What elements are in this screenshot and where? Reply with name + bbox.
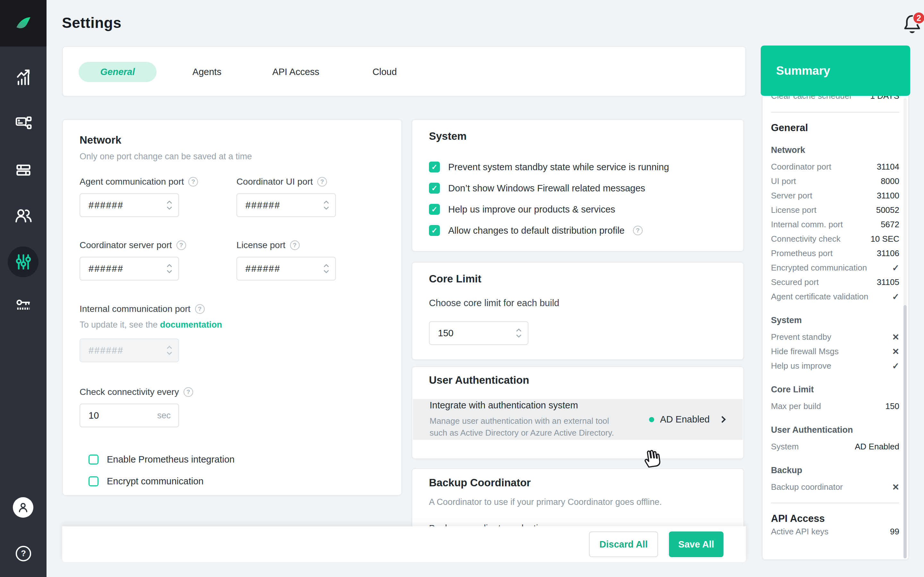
system-option-label: Allow changes to default distribution pr… bbox=[448, 226, 625, 236]
network-title: Network bbox=[79, 134, 384, 146]
license-port-input[interactable]: ###### bbox=[236, 257, 336, 280]
system-option-row: ✓Help us improve our products & services bbox=[429, 204, 727, 215]
summary-row-label: Secured port bbox=[771, 277, 819, 287]
svg-text:?: ? bbox=[21, 549, 26, 558]
server-port-input[interactable]: ###### bbox=[79, 257, 179, 280]
connectivity-input[interactable]: 10 sec bbox=[79, 404, 179, 427]
cross-mark-icon: ✕ bbox=[892, 332, 899, 342]
summary-divider bbox=[771, 112, 899, 113]
sidebar-item-builds[interactable] bbox=[0, 155, 47, 185]
summary-row: UI port8000 bbox=[771, 174, 899, 189]
sidebar-item-performance[interactable] bbox=[0, 61, 47, 92]
core-limit-stepper[interactable] bbox=[516, 329, 521, 338]
documentation-link[interactable]: documentation bbox=[160, 320, 222, 330]
summary-sub-header: System bbox=[771, 316, 899, 326]
internal-port-input: ###### bbox=[79, 338, 179, 362]
agent-port-stepper[interactable] bbox=[167, 201, 172, 210]
ui-port-input[interactable]: ###### bbox=[236, 193, 336, 217]
summary-row-value: 50052 bbox=[876, 205, 899, 215]
summary-row: Encrypted communication✓ bbox=[771, 261, 899, 275]
summary-row: Help us improve✓ bbox=[771, 359, 899, 373]
coordinator-topology-icon bbox=[13, 113, 33, 133]
summary-row: Internal comm. port5672 bbox=[771, 218, 899, 232]
system-checkbox-0[interactable]: ✓ bbox=[429, 161, 440, 172]
ui-port-help-icon[interactable]: ? bbox=[317, 177, 327, 187]
summary-row-value: 31106 bbox=[877, 248, 899, 258]
summary-row-label: Encrypted communication bbox=[771, 263, 867, 273]
summary-row-value: 99 bbox=[890, 527, 899, 537]
sidebar-item-api-keys[interactable] bbox=[0, 291, 47, 322]
summary-row-value: AD Enabled bbox=[855, 442, 899, 452]
summary-row-value: 31100 bbox=[877, 191, 899, 201]
check-mark-icon: ✓ bbox=[892, 292, 899, 302]
summary-row: Connectivity check10 SEC bbox=[771, 232, 899, 246]
sidebar-item-settings[interactable] bbox=[0, 247, 47, 277]
summary-row-value: 31105 bbox=[877, 277, 899, 287]
sidebar: ? bbox=[0, 0, 47, 577]
tab-general[interactable]: General bbox=[79, 62, 157, 82]
summary-row-value: 5672 bbox=[881, 219, 899, 229]
user-avatar[interactable] bbox=[13, 497, 33, 518]
system-card: System ✓Prevent system standby state whi… bbox=[412, 119, 744, 251]
save-all-button[interactable]: Save All bbox=[669, 532, 724, 557]
agent-port-help-icon[interactable]: ? bbox=[188, 177, 198, 187]
summary-row: Active API keys99 bbox=[771, 524, 899, 539]
logo[interactable] bbox=[0, 0, 47, 47]
summary-row-value: 10 SEC bbox=[871, 234, 899, 244]
encrypt-label: Encrypt communication bbox=[107, 476, 204, 487]
auth-integration-row[interactable]: Integrate with authentication system Man… bbox=[413, 399, 743, 440]
system-checkbox-2[interactable]: ✓ bbox=[429, 204, 440, 215]
server-port-help-icon[interactable]: ? bbox=[176, 240, 186, 250]
core-limit-input[interactable]: 150 bbox=[429, 321, 528, 345]
check-mark-icon: ✓ bbox=[892, 263, 899, 273]
summary-row-label: UI port bbox=[771, 176, 796, 186]
performance-chart-icon bbox=[13, 67, 33, 87]
notifications-button[interactable]: 2 bbox=[902, 13, 924, 38]
summary-scrollbar-thumb[interactable] bbox=[903, 305, 907, 558]
summary-row-label: Prevent standby bbox=[771, 332, 831, 342]
system-title: System bbox=[429, 130, 727, 142]
connectivity-help-icon[interactable]: ? bbox=[184, 387, 193, 397]
summary-row: SystemAD Enabled bbox=[771, 440, 899, 454]
summary-row: Prevent standby✕ bbox=[771, 330, 899, 344]
agent-port-input[interactable]: ###### bbox=[79, 193, 179, 217]
footer-bar: Discard All Save All bbox=[62, 526, 746, 562]
sidebar-item-users[interactable] bbox=[0, 200, 47, 231]
tab-agents[interactable]: Agents bbox=[192, 47, 221, 97]
settings-tabbar: General Agents API Access Cloud bbox=[62, 46, 746, 97]
summary-row-label: Connectivity check bbox=[771, 234, 841, 244]
sidebar-item-help[interactable]: ? bbox=[0, 538, 47, 569]
user-auth-title: User Authentication bbox=[412, 374, 743, 386]
tab-cloud[interactable]: Cloud bbox=[373, 47, 397, 97]
system-option-row: ✓Don’t show Windows Firewall related mes… bbox=[429, 183, 727, 193]
summary-divider bbox=[771, 503, 899, 503]
core-limit-subtitle: Choose core limit for each build bbox=[429, 298, 727, 308]
prometheus-checkbox[interactable] bbox=[89, 455, 99, 464]
ui-port-stepper[interactable] bbox=[324, 201, 329, 210]
summary-row: Backup coordinator✕ bbox=[771, 480, 899, 494]
summary-row-label: Hide firewall Msgs bbox=[771, 347, 838, 356]
discard-all-button[interactable]: Discard All bbox=[589, 532, 658, 557]
server-port-stepper[interactable] bbox=[167, 264, 172, 274]
network-subtitle: Only one port change can be saved at a t… bbox=[79, 152, 384, 161]
internal-port-help-icon[interactable]: ? bbox=[195, 304, 205, 314]
summary-row-label: License port bbox=[771, 205, 817, 215]
system-checkbox-3[interactable]: ✓ bbox=[429, 225, 440, 236]
core-limit-card: Core Limit Choose core limit for each bu… bbox=[412, 262, 744, 360]
summary-row: Hide firewall Msgs✕ bbox=[771, 344, 899, 359]
settings-sliders-icon bbox=[13, 251, 34, 272]
distribution-profile-help-icon[interactable]: ? bbox=[633, 226, 643, 235]
summary-sub-header: Network bbox=[771, 145, 899, 155]
sidebar-item-coordinator[interactable] bbox=[0, 108, 47, 139]
license-port-stepper[interactable] bbox=[324, 264, 329, 274]
tab-api-access[interactable]: API Access bbox=[272, 47, 320, 97]
summary-row-value: 31104 bbox=[877, 162, 899, 172]
license-port-help-icon[interactable]: ? bbox=[290, 240, 300, 250]
connectivity-unit: sec bbox=[157, 411, 171, 421]
summary-row-label: System bbox=[771, 442, 799, 452]
summary-row-label: Agent certificate validation bbox=[771, 292, 869, 301]
internal-port-helper: To update it, see the documentation bbox=[79, 320, 384, 330]
system-checkbox-1[interactable]: ✓ bbox=[429, 183, 440, 193]
cursor-hand-icon bbox=[642, 446, 663, 469]
encrypt-checkbox[interactable] bbox=[89, 476, 99, 486]
